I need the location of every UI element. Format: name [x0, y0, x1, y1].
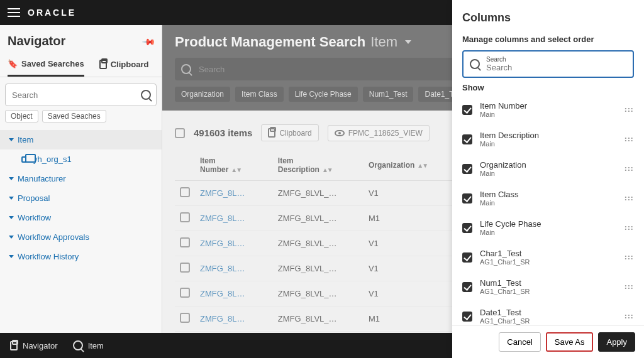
drag-handle-icon[interactable]: ••••••	[625, 225, 634, 231]
drag-handle-icon[interactable]: ••••••	[625, 166, 634, 171]
row-checkbox[interactable]	[180, 288, 190, 298]
tree-item-manufacturer[interactable]: Manufacturer	[0, 169, 162, 188]
navigator-sidebar: Navigator 📌 🔖 Saved Searches Clipboard O…	[0, 25, 162, 333]
row-checkbox[interactable]	[180, 313, 190, 323]
org-cell: M1	[364, 206, 460, 231]
drag-handle-icon[interactable]: ••••••	[625, 196, 634, 201]
chevron-down-icon	[9, 236, 14, 239]
column-group: Main	[480, 140, 618, 148]
save-as-button[interactable]: Save As	[546, 332, 594, 352]
org-cell: V1	[364, 231, 460, 256]
column-name: Life Cycle Phase	[480, 219, 618, 229]
sidebar-search[interactable]	[5, 84, 157, 106]
panel-title: Columns	[452, 0, 644, 30]
drag-handle-icon[interactable]: ••••••	[625, 137, 634, 142]
search-icon	[181, 64, 191, 74]
footer-navigator[interactable]: Navigator	[10, 341, 58, 350]
row-checkbox[interactable]	[180, 237, 190, 247]
tree-item-item[interactable]: Item	[0, 130, 162, 149]
chevron-down-icon	[9, 255, 14, 258]
clipboard-button[interactable]: Clipboard	[261, 124, 318, 141]
item-number-cell[interactable]: ZMFG_8L…	[195, 306, 273, 332]
show-label: Show	[452, 80, 644, 95]
item-number-cell[interactable]: ZMFG_8L…	[195, 256, 273, 281]
filter-chip[interactable]: Item Class	[235, 87, 284, 102]
column-checkbox[interactable]	[462, 312, 472, 322]
quick-object[interactable]: Object	[5, 110, 38, 122]
column-option[interactable]: Num1_TestAG1_Char1_SR••••••	[455, 272, 641, 301]
panel-subtitle: Manage columns and select order	[452, 30, 644, 48]
view-button[interactable]: FPMC_118625_VIEW	[328, 125, 430, 141]
tab-saved-searches[interactable]: 🔖 Saved Searches	[8, 53, 84, 77]
drag-handle-icon[interactable]: ••••••	[625, 255, 634, 260]
row-checkbox[interactable]	[180, 187, 190, 197]
item-number-cell[interactable]: ZMFG_8L…	[195, 181, 273, 206]
filter-chip[interactable]: Organization	[175, 87, 230, 102]
navigator-icon	[10, 341, 18, 350]
menu-icon[interactable]	[8, 8, 20, 17]
chevron-down-icon	[9, 177, 14, 180]
item-desc-cell: ZMFG_8LVL_…	[273, 306, 364, 332]
drag-handle-icon[interactable]: ••••••	[625, 285, 634, 290]
item-number-cell[interactable]: ZMFG_8L…	[195, 281, 273, 306]
panel-search[interactable]: Search	[462, 50, 634, 78]
column-checkbox[interactable]	[462, 282, 472, 292]
apply-button[interactable]: Apply	[598, 332, 635, 352]
panel-search-input[interactable]	[486, 63, 626, 72]
column-option[interactable]: OrganizationMain••••••	[455, 154, 641, 183]
column-name: Date1_Test	[480, 308, 618, 317]
eye-icon	[335, 130, 345, 136]
column-checkbox[interactable]	[462, 134, 472, 144]
tree-child-yhorg[interactable]: yh_org_s1	[0, 149, 162, 169]
filter-chip[interactable]: Life Cycle Phase	[289, 87, 358, 102]
select-all-checkbox[interactable]	[175, 128, 185, 138]
tree-item-history[interactable]: Workflow History	[0, 247, 162, 266]
quick-saved[interactable]: Saved Seaches	[42, 110, 106, 122]
search-icon[interactable]	[141, 90, 151, 100]
column-option[interactable]: Item DescriptionMain••••••	[455, 124, 641, 154]
column-option[interactable]: Item ClassMain••••••	[455, 183, 641, 213]
column-option[interactable]: Item NumberMain••••••	[455, 95, 641, 124]
column-checkbox[interactable]	[462, 193, 472, 203]
column-option[interactable]: Date1_TestAG1_Char1_SR••••••	[455, 301, 641, 325]
item-number-cell[interactable]: ZMFG_8L…	[195, 206, 273, 231]
panel-search-label: Search	[486, 57, 626, 63]
drag-handle-icon[interactable]: ••••••	[625, 314, 634, 319]
column-option[interactable]: Life Cycle PhaseMain••••••	[455, 213, 641, 242]
tree-item-workflow[interactable]: Workflow	[0, 208, 162, 227]
tab-clipboard[interactable]: Clipboard	[99, 53, 149, 77]
column-header[interactable]: ItemDescription▲▼	[273, 150, 364, 181]
column-option[interactable]: Char1_TestAG1_Char1_SR••••••	[455, 242, 641, 272]
brand-logo: ORACLE	[28, 8, 76, 18]
column-checkbox[interactable]	[462, 164, 472, 174]
footer-item[interactable]: Item	[73, 340, 104, 350]
item-desc-cell: ZMFG_8LVL_…	[273, 231, 364, 256]
navigator-title: Navigator	[8, 34, 65, 48]
column-name: Item Number	[480, 101, 618, 111]
tree-item-proposal[interactable]: Proposal	[0, 188, 162, 208]
chevron-down-icon[interactable]	[405, 40, 411, 44]
column-group: Main	[480, 229, 618, 236]
tree-item-approvals[interactable]: Workflow Approvals	[0, 227, 162, 247]
filter-chip[interactable]: Num1_Test	[363, 87, 414, 102]
row-checkbox[interactable]	[180, 212, 190, 222]
column-checkbox[interactable]	[462, 105, 472, 115]
column-header[interactable]: Organization▲▼	[364, 150, 460, 181]
item-desc-cell: ZMFG_8LVL_…	[273, 181, 364, 206]
drag-handle-icon[interactable]: ••••••	[625, 107, 634, 112]
row-checkbox[interactable]	[180, 263, 190, 273]
chevron-down-icon	[9, 138, 14, 141]
search-icon	[470, 59, 480, 69]
column-group: AG1_Char1_SR	[480, 317, 618, 325]
search-icon	[73, 340, 83, 350]
sidebar-search-input[interactable]	[11, 90, 141, 100]
column-checkbox[interactable]	[462, 223, 472, 233]
column-checkbox[interactable]	[462, 252, 472, 263]
cancel-button[interactable]: Cancel	[499, 332, 540, 352]
item-number-cell[interactable]: ZMFG_8L…	[195, 231, 273, 256]
column-header[interactable]: ItemNumber▲▼	[195, 150, 273, 181]
item-desc-cell: ZMFG_8LVL_…	[273, 281, 364, 306]
pin-icon[interactable]: 📌	[142, 34, 156, 48]
org-cell: V1	[364, 256, 460, 281]
columns-panel: Columns Manage columns and select order …	[452, 0, 644, 358]
